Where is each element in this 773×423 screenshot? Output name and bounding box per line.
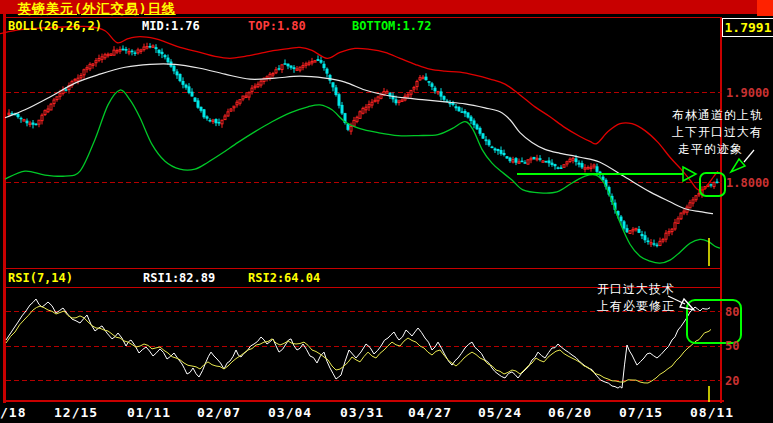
rsi-axis-label: 20 bbox=[725, 374, 739, 388]
date-label: 04/27 bbox=[408, 405, 452, 420]
date-label: 05/24 bbox=[478, 405, 522, 420]
date-label: 06/20 bbox=[548, 405, 592, 420]
rsi-axis-label: 80 bbox=[725, 305, 739, 319]
window-title: 英镑美元(外汇交易)日线 bbox=[18, 0, 176, 18]
date-label: 08/11 bbox=[690, 405, 734, 420]
app-window: 英镑美元(外汇交易)日线 BOLL(26,26,2) MID:1.76 TOP:… bbox=[0, 0, 773, 423]
rsi2-value: RSI2:64.04 bbox=[248, 271, 320, 285]
bollinger-annotation-line2: 上下开口过大有 bbox=[672, 124, 763, 141]
rsi-axis-label: 50 bbox=[725, 339, 739, 353]
date-label: 02/07 bbox=[197, 405, 241, 420]
chart-canvas[interactable] bbox=[0, 0, 773, 423]
boll-bottom-value: BOTTOM:1.72 bbox=[352, 19, 431, 33]
date-label: 12/15 bbox=[54, 405, 98, 420]
rsi1-value: RSI1:82.89 bbox=[143, 271, 215, 285]
price-axis-label: 1.8000 bbox=[726, 176, 769, 190]
rsi-annotation-line2: 上有必要修正 bbox=[597, 298, 675, 315]
date-label: 03/31 bbox=[340, 405, 384, 420]
rsi-annotation-line1: 开口过大技术 bbox=[597, 281, 675, 298]
date-label: /18 bbox=[0, 405, 26, 420]
boll-mid-value: MID:1.76 bbox=[142, 19, 200, 33]
window-control-button[interactable] bbox=[757, 0, 773, 16]
bollinger-annotation-line3: 走平的迹象 bbox=[678, 141, 743, 158]
date-label: 07/15 bbox=[619, 405, 663, 420]
boll-top-value: TOP:1.80 bbox=[248, 19, 306, 33]
titlebar: 英镑美元(外汇交易)日线 bbox=[0, 0, 773, 14]
price-axis-label: 1.9000 bbox=[726, 86, 769, 100]
rsi-indicator-label: RSI(7,14) bbox=[8, 271, 73, 285]
bollinger-annotation-line1: 布林通道的上轨 bbox=[672, 107, 763, 124]
boll-indicator-label: BOLL(26,26,2) bbox=[8, 19, 102, 33]
date-label: 03/04 bbox=[268, 405, 312, 420]
last-price-box: 1.7991 bbox=[722, 18, 773, 37]
date-label: 01/11 bbox=[127, 405, 171, 420]
